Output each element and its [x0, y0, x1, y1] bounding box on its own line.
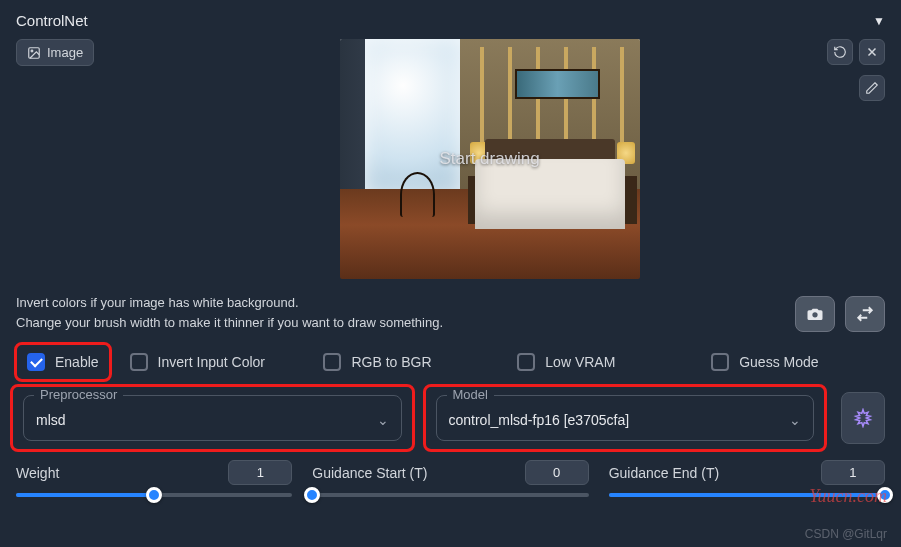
clear-button[interactable]: [859, 39, 885, 65]
guess-label: Guess Mode: [739, 354, 818, 370]
panel-header[interactable]: ControlNet ▼: [16, 8, 885, 39]
weight-value[interactable]: 1: [228, 460, 292, 485]
hint-line-2: Change your brush width to make it thinn…: [16, 313, 443, 333]
webcam-button[interactable]: [795, 296, 835, 332]
lowvram-label: Low VRAM: [545, 354, 615, 370]
svg-point-2: [812, 312, 817, 317]
weight-label: Weight: [16, 465, 59, 481]
preprocessor-legend: Preprocessor: [34, 387, 123, 402]
enable-highlight: Enable: [14, 342, 112, 382]
enable-checkbox[interactable]: Enable: [27, 353, 99, 371]
rgb2bgr-checkbox[interactable]: RGB to BGR: [323, 350, 493, 374]
undo-button[interactable]: [827, 39, 853, 65]
preprocessor-field: Preprocessor mlsd ⌄: [23, 395, 402, 441]
collapse-icon[interactable]: ▼: [873, 14, 885, 28]
invert-checkbox[interactable]: Invert Input Color: [130, 350, 300, 374]
guidance-start-label: Guidance Start (T): [312, 465, 427, 481]
model-select[interactable]: control_mlsd-fp16 [e3705cfa] ⌄: [449, 410, 802, 430]
chevron-down-icon: ⌄: [377, 412, 389, 428]
weight-slider-group: Weight 1: [16, 460, 292, 497]
image-tab-label: Image: [47, 45, 83, 60]
image-icon: [27, 46, 41, 60]
select-row: Preprocessor mlsd ⌄ Model control_mlsd-f…: [16, 392, 885, 444]
checkbox-icon: [711, 353, 729, 371]
svg-point-1: [31, 50, 33, 52]
hint-row: Invert colors if your image has white ba…: [16, 293, 885, 332]
lowvram-checkbox[interactable]: Low VRAM: [517, 350, 687, 374]
model-field: Model control_mlsd-fp16 [e3705cfa] ⌄: [436, 395, 815, 441]
guidance-end-slider[interactable]: [609, 493, 885, 497]
close-icon: [865, 45, 879, 59]
checkbox-icon: [130, 353, 148, 371]
camera-icon: [806, 305, 824, 323]
image-tab[interactable]: Image: [16, 39, 94, 66]
model-value: control_mlsd-fp16 [e3705cfa]: [449, 412, 630, 428]
guidance-end-value[interactable]: 1: [821, 460, 885, 485]
chevron-down-icon: ⌄: [789, 412, 801, 428]
guidance-start-slider-group: Guidance Start (T) 0: [312, 460, 588, 497]
guidance-start-slider[interactable]: [312, 493, 588, 497]
pencil-icon: [865, 81, 879, 95]
image-section: Image Start drawing: [16, 39, 885, 279]
slider-row: Weight 1 Guidance Start (T) 0 Guidance E…: [16, 460, 885, 497]
panel-title: ControlNet: [16, 12, 88, 29]
preprocessor-select[interactable]: mlsd ⌄: [36, 410, 389, 430]
run-preprocessor-button[interactable]: [841, 392, 885, 444]
swap-button[interactable]: [845, 296, 885, 332]
slider-thumb[interactable]: [304, 487, 320, 503]
preview-image[interactable]: Start drawing: [340, 39, 640, 279]
preprocessor-highlight: Preprocessor mlsd ⌄: [10, 384, 415, 452]
guidance-end-slider-group: Guidance End (T) 1: [609, 460, 885, 497]
preview-area[interactable]: Start drawing: [94, 39, 885, 279]
rgb2bgr-label: RGB to BGR: [351, 354, 431, 370]
watermark-author: CSDN @GitLqr: [805, 527, 887, 541]
slider-thumb[interactable]: [877, 487, 893, 503]
model-highlight: Model control_mlsd-fp16 [e3705cfa] ⌄: [423, 384, 828, 452]
swap-icon: [856, 305, 874, 323]
model-legend: Model: [447, 387, 494, 402]
checkbox-icon: [27, 353, 45, 371]
enable-label: Enable: [55, 354, 99, 370]
invert-label: Invert Input Color: [158, 354, 265, 370]
explosion-icon: [853, 408, 873, 428]
weight-slider[interactable]: [16, 493, 292, 497]
preprocessor-value: mlsd: [36, 412, 66, 428]
slider-thumb[interactable]: [146, 487, 162, 503]
undo-icon: [833, 45, 847, 59]
guidance-end-label: Guidance End (T): [609, 465, 720, 481]
checkbox-row: Enable Invert Input Color RGB to BGR Low…: [16, 350, 885, 374]
edit-button[interactable]: [859, 75, 885, 101]
checkbox-icon: [517, 353, 535, 371]
guidance-start-value[interactable]: 0: [525, 460, 589, 485]
checkbox-icon: [323, 353, 341, 371]
hint-text: Invert colors if your image has white ba…: [16, 293, 443, 332]
hint-line-1: Invert colors if your image has white ba…: [16, 293, 443, 313]
guess-checkbox[interactable]: Guess Mode: [711, 350, 881, 374]
